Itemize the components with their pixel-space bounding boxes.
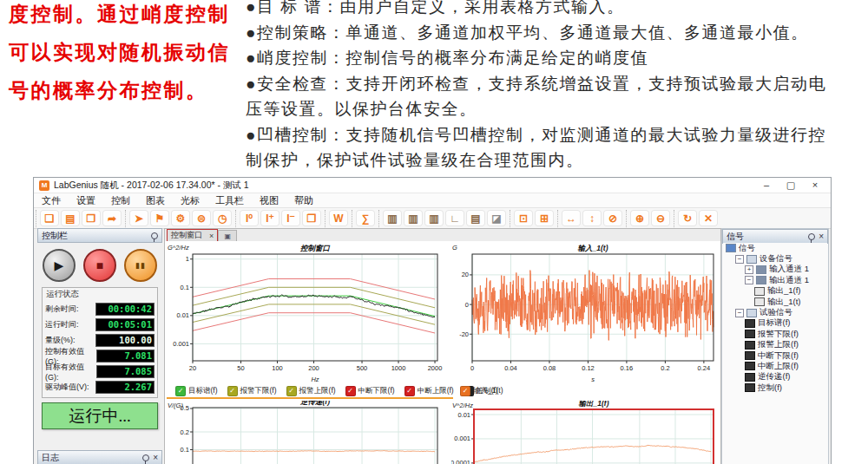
signal-icon [754,287,765,296]
link-windows-icon[interactable]: ⊡ [514,210,533,226]
running-status-banner: 运行中... [42,402,158,429]
chart-view-2-icon[interactable]: ▥ [404,210,423,226]
chart-output-freq[interactable]: 0.010.0010.0001输出_1(f)V^2/Hz [451,401,719,464]
menu-item-8[interactable]: 帮助 [286,194,321,207]
menu-item-4[interactable]: 图表 [138,194,173,207]
legend-checkbox[interactable]: ✓ [227,386,238,396]
legend-checkbox[interactable]: ✓ [460,386,470,396]
chart-view-1-icon[interactable]: ▥ [383,210,402,226]
tree-expander-icon[interactable]: − [745,276,753,284]
chart-control-window[interactable]: 20501002005001000200010.10.010.001控制窗口G^… [167,243,446,383]
menu-item-1[interactable]: 文件 [34,194,69,207]
tree-expander-icon[interactable]: − [735,255,744,264]
tree-expander-icon[interactable]: + [745,265,753,274]
filter-disc-icon[interactable]: ⊜ [192,210,211,226]
menu-item-7[interactable]: 视图 [252,194,286,207]
pause-button[interactable]: ▮▮ [124,249,157,282]
test-signal-icon [745,373,755,382]
cursor-l-minus-icon[interactable]: I⁻ [281,210,300,226]
settings-icon[interactable]: ⚙ [171,210,190,226]
tree-item[interactable]: 输出_1(t) [723,297,827,307]
cursor-l0-icon[interactable]: I⁰ [240,210,259,226]
tree-item[interactable]: 中断上限(f) [723,361,827,371]
group-icon [746,309,757,317]
new-file-icon[interactable]: ❏ [40,210,59,226]
tree-item[interactable]: −试验信号 [723,307,827,317]
menu-item-2[interactable]: 设置 [69,194,103,207]
export-icon[interactable]: ➦ [102,210,122,226]
legend-checkbox[interactable]: ✓ [404,386,415,396]
axes-view-icon[interactable]: ∟ [445,210,464,226]
timer-icon[interactable]: ◷ [213,210,232,226]
tree-item[interactable]: 目标谱(f) [723,318,827,329]
cursor-l-plus-icon[interactable]: I⁺ [260,210,279,226]
chart-inverse-transfer[interactable]: 0.50.20.10.05逆传递(f)V/(G) [167,401,446,464]
tree-item[interactable]: 报警下限(f) [723,329,827,339]
tree-item[interactable]: 信号 [723,243,827,253]
menu-item-5[interactable]: 光标 [173,194,207,207]
word-report-icon[interactable]: W [329,210,348,226]
split-view-icon[interactable]: ◪ [487,210,506,226]
svg-text:Hz: Hz [311,376,319,383]
duplicate-window-icon[interactable]: ❐ [302,210,321,226]
legend-item: ✓中断上限(f) [404,386,454,396]
fit-all-icon[interactable]: ✕ [699,210,718,226]
pin-icon[interactable] [151,232,158,239]
svg-text:0: 0 [465,301,469,309]
marker-flag-icon[interactable]: ⚑ [150,210,169,226]
tab-close-icon[interactable]: × [209,232,214,240]
status-field-value: 100.00 [95,334,155,347]
tile-windows-icon[interactable]: ⊞ [535,210,554,226]
chart-input-time[interactable]: 00.040.080.120.160.20.24200-20输入_1(t)Gs [451,243,719,383]
pin-icon[interactable] [808,233,815,240]
tab-control-window[interactable]: 控制窗口 × [167,229,218,241]
tree-item[interactable]: 中断下限(f) [723,350,827,361]
svg-text:0.2: 0.2 [661,364,669,372]
minimize-button[interactable]: – [756,180,777,191]
restore-button[interactable]: ▢ [780,180,801,191]
tree-item[interactable]: 控制(f) [723,382,827,393]
run-schedule-icon[interactable]: ➤ [129,210,148,226]
zoom-out-icon[interactable]: ⊖ [651,210,670,226]
test-signal-icon [745,330,755,338]
tree-item-label: 目标谱(f) [758,317,790,329]
sum-stats-icon[interactable]: ∑ [356,210,375,226]
pin-icon[interactable] [142,454,149,461]
close-icon[interactable]: × [153,454,158,462]
legend-label: 报警下限(f) [240,386,277,396]
play-button[interactable]: ▶ [43,249,76,282]
auto-scale-icon[interactable]: ⊘ [603,210,622,226]
svg-text:0.0001: 0.0001 [451,459,470,464]
save-icon[interactable]: ▤ [61,210,80,226]
menu-item-6[interactable]: 工具栏 [207,194,252,207]
menu-item-3[interactable]: 控制 [103,194,138,207]
legend-item: ✓报警上限(f) [286,386,336,396]
legend-checkbox[interactable]: ✓ [286,386,297,396]
snapshot-tab[interactable]: ▣ [218,230,237,241]
signal-dock-header: 信号 × [722,229,828,244]
toolbar-group: ❏▤❒➦ [36,210,125,227]
tree-item[interactable]: −设备信号 [723,253,827,264]
tree-item-label: 输出_1(f) [767,285,801,297]
tree-item[interactable]: 报警上限(f) [723,340,827,350]
chart-view-3-icon[interactable]: ▥ [424,210,444,226]
zoom-in-icon[interactable]: ⊕ [630,210,649,226]
tree-expander-icon[interactable]: − [735,309,744,317]
tree-item[interactable]: +输入通道 1 [723,265,827,275]
panel-view-icon[interactable]: ▤ [466,210,485,226]
refresh-icon[interactable]: ↻ [678,210,697,226]
legend-checkbox[interactable]: ✓ [175,386,186,396]
close-button[interactable]: × [805,180,825,191]
tree-item[interactable]: −输出通道 1 [723,275,827,285]
fit-vertical-icon[interactable]: ↕ [582,210,602,226]
tree-item-label: 中断上限(f) [758,361,799,372]
legend-checkbox[interactable]: ✓ [345,386,356,396]
open-icon[interactable]: ❒ [82,210,101,226]
tree-item-label: 控制(f) [758,382,782,394]
close-icon[interactable]: × [819,232,824,241]
fit-horizontal-icon[interactable]: ↔ [562,210,581,226]
stop-button[interactable]: ■ [83,249,116,282]
toolbar-group: ➤⚑⚙⊜◷ [125,210,235,227]
tree-item[interactable]: 逆传递(f) [723,372,827,382]
tree-item[interactable]: 输出_1(f) [723,286,827,297]
